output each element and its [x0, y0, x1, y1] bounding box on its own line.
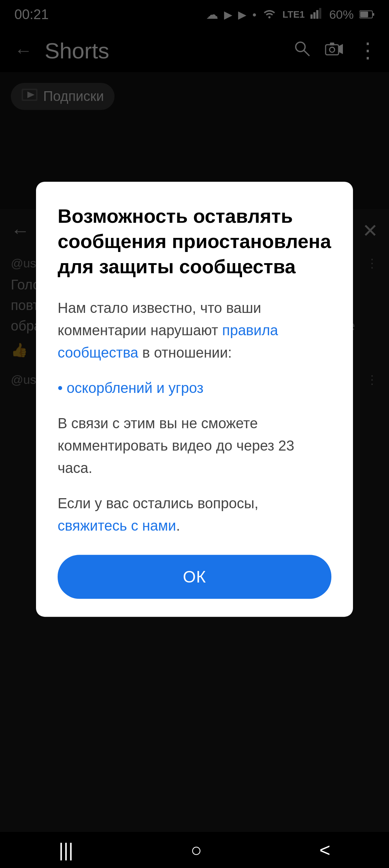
modal-dialog: Возможность оставлять сообщения приостан…	[36, 182, 353, 617]
modal-contact-text: Если у вас остались вопросы,	[58, 495, 258, 511]
modal-title: Возможность оставлять сообщения приостан…	[58, 203, 331, 279]
ok-button[interactable]: ОК	[58, 555, 331, 599]
recents-button[interactable]: |||	[44, 833, 88, 867]
modal-bullet: • оскорблений и угроз	[58, 377, 331, 399]
back-nav-button[interactable]: <	[305, 833, 345, 867]
modal-contact-period: .	[176, 518, 180, 533]
modal-body: Нам стало известно, что ваши комментарии…	[58, 297, 331, 364]
modal-contact: Если у вас остались вопросы, свяжитесь с…	[58, 492, 331, 537]
bottom-nav: ||| ○ <	[0, 832, 389, 868]
modal-notice: В связи с этим вы не сможете комментиров…	[58, 412, 331, 479]
modal-body-text2: в отношении:	[138, 345, 232, 360]
contact-us-link[interactable]: свяжитесь с нами	[58, 518, 176, 533]
home-button[interactable]: ○	[176, 833, 216, 867]
